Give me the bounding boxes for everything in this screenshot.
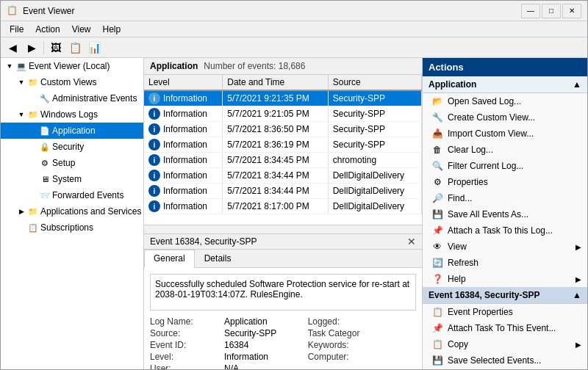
section-event-collapse[interactable]: ▲ xyxy=(573,290,581,300)
actions-item[interactable]: 📌 Attach a Task To this Log... xyxy=(423,222,587,239)
folder-icon-asl: 📁 xyxy=(27,206,39,217)
tree-item-admin-events[interactable]: 🔧 Administrative Events xyxy=(1,90,143,106)
actions-panel: Actions Application ▲ 📂 Open Saved Log..… xyxy=(422,58,587,369)
action-icon: 🗑 xyxy=(431,144,443,156)
detail-body: Successfully scheduled Software Protecti… xyxy=(144,268,422,369)
actions-item[interactable]: 📋 Copy ▶ xyxy=(423,336,587,352)
expand-icon-app[interactable] xyxy=(27,125,39,137)
actions-item[interactable]: 💾 Save Selected Events... xyxy=(423,352,587,369)
cell-level: iInformation xyxy=(144,184,223,199)
action-label: View xyxy=(448,242,467,252)
table-row[interactable]: iInformation 5/7/2021 8:34:45 PM chromot… xyxy=(144,153,422,168)
expand-icon-sec[interactable] xyxy=(27,141,39,153)
tab-general[interactable]: General xyxy=(144,250,195,268)
actions-item[interactable]: 🔍 Filter Current Log... xyxy=(423,158,587,174)
actions-item[interactable]: 🔄 Refresh xyxy=(423,255,587,271)
actions-section-event[interactable]: Event 16384, Security-SPP ▲ xyxy=(423,287,587,304)
tree-label-admin-events: Administrative Events xyxy=(52,93,137,104)
tools-icon: 🔧 xyxy=(39,92,51,104)
cell-datetime: 5/7/2021 8:34:45 PM xyxy=(223,153,328,168)
actions-item[interactable]: 🔎 Find... xyxy=(423,190,587,206)
action-icon: 📋 xyxy=(431,338,443,350)
table-row[interactable]: iInformation 5/7/2021 9:21:35 PM Securit… xyxy=(144,90,422,106)
title-bar: 📋 Event Viewer — □ ✕ xyxy=(1,1,587,21)
event-table[interactable]: Level Date and Time Source iInformation … xyxy=(144,75,422,225)
table-row[interactable]: iInformation 5/7/2021 8:34:44 PM DellDig… xyxy=(144,184,422,199)
actions-item[interactable]: 👁 View ▶ xyxy=(423,239,587,255)
label-event-id: Event ID: xyxy=(150,340,218,350)
minimize-button[interactable]: — xyxy=(521,4,540,18)
tree-label-setup: Setup xyxy=(52,158,75,168)
tree-item-event-viewer[interactable]: ▼ 💻 Event Viewer (Local) xyxy=(1,58,143,74)
expand-icon-ae[interactable] xyxy=(27,92,39,104)
menu-action[interactable]: Action xyxy=(29,23,65,36)
actions-item[interactable]: 🔧 Create Custom View... xyxy=(423,109,587,126)
close-button[interactable]: ✕ xyxy=(562,4,581,18)
actions-section-application[interactable]: Application ▲ xyxy=(423,76,587,93)
tree-item-custom-views[interactable]: ▼ 📁 Custom Views xyxy=(1,74,143,90)
chart-button[interactable]: 📊 xyxy=(85,40,103,56)
info-badge: i xyxy=(148,139,160,150)
view-button[interactable]: 🖼 xyxy=(47,40,65,56)
tree-item-application[interactable]: 📄 Application xyxy=(1,123,143,139)
detail-panel-title: Event 16384, Security-SPP xyxy=(150,236,257,247)
action-icon: 👁 xyxy=(431,241,443,253)
tree-label-custom-views: Custom Views xyxy=(40,77,96,87)
section-application-collapse[interactable]: ▲ xyxy=(573,79,581,90)
menu-view[interactable]: View xyxy=(66,23,97,36)
tree-item-windows-logs[interactable]: ▼ 📁 Windows Logs xyxy=(1,106,143,123)
horizontal-scrollbar[interactable] xyxy=(144,225,422,233)
tree-item-security[interactable]: 🔒 Security xyxy=(1,139,143,155)
actions-item[interactable]: ⚙ Properties xyxy=(423,174,587,190)
actions-item[interactable]: ❓ Help ▶ xyxy=(423,271,587,287)
actions-item[interactable]: 📌 Attach Task To This Event... xyxy=(423,320,587,336)
table-row[interactable]: iInformation 5/7/2021 8:34:44 PM DellDig… xyxy=(144,168,422,184)
event-list-header: Application Number of events: 18,686 xyxy=(144,58,422,75)
action-icon: ❓ xyxy=(431,273,443,285)
tree-item-forwarded-events[interactable]: 📨 Forwarded Events xyxy=(1,187,143,203)
expand-icon-cv[interactable]: ▼ xyxy=(15,76,27,88)
action-label: Open Saved Log... xyxy=(448,96,521,106)
table-row[interactable]: iInformation 5/7/2021 8:36:19 PM Securit… xyxy=(144,137,422,153)
expand-icon[interactable]: ▼ xyxy=(4,60,15,72)
tree-item-setup[interactable]: ⚙ Setup xyxy=(1,155,143,171)
expand-icon-wl[interactable]: ▼ xyxy=(15,109,27,120)
label-logged: Logged: xyxy=(308,316,385,327)
table-row[interactable]: iInformation 5/7/2021 8:17:00 PM DellDig… xyxy=(144,199,422,214)
tree-item-system[interactable]: 🖥 System xyxy=(1,171,143,187)
expand-icon-asl[interactable]: ▶ xyxy=(15,206,27,217)
action-label: Create Custom View... xyxy=(448,112,535,123)
label-source: Source: xyxy=(150,328,218,338)
actions-item[interactable]: 📥 Import Custom View... xyxy=(423,126,587,142)
label-log-name: Log Name: xyxy=(150,316,218,327)
menu-help[interactable]: Help xyxy=(97,23,127,36)
value-user: N/A xyxy=(224,363,302,369)
maximize-button[interactable]: □ xyxy=(542,4,561,18)
expand-icon-sys[interactable] xyxy=(27,173,39,185)
table-row[interactable]: iInformation 5/7/2021 9:21:05 PM Securit… xyxy=(144,106,422,122)
log-button[interactable]: 📋 xyxy=(66,40,84,56)
expand-icon-sub[interactable] xyxy=(15,222,27,233)
action-icon: 🔎 xyxy=(431,192,443,204)
label-keywords: Keywords: xyxy=(308,340,385,350)
info-badge: i xyxy=(148,170,160,181)
forward-button[interactable]: ▶ xyxy=(23,40,40,56)
tab-details[interactable]: Details xyxy=(195,250,241,267)
cell-source: Security-SPP xyxy=(328,137,421,153)
actions-item[interactable]: 📂 Open Saved Log... xyxy=(423,93,587,109)
menu-file[interactable]: File xyxy=(4,23,29,36)
cell-source: DellDigitalDelivery xyxy=(328,184,421,199)
actions-item[interactable]: 📋 Event Properties xyxy=(423,304,587,320)
label-task-category: Task Categor xyxy=(308,328,385,338)
detail-close-button[interactable]: ✕ xyxy=(407,236,416,247)
tree-item-subscriptions[interactable]: 📋 Subscriptions xyxy=(1,220,143,236)
back-button[interactable]: ◀ xyxy=(4,40,21,56)
actions-item[interactable]: 🗑 Clear Log... xyxy=(423,142,587,158)
cell-source: DellDigitalDelivery xyxy=(328,199,421,214)
main-content: ▼ 💻 Event Viewer (Local) ▼ 📁 Custom View… xyxy=(1,58,587,369)
table-row[interactable]: iInformation 5/7/2021 8:36:50 PM Securit… xyxy=(144,122,422,137)
tree-item-app-services-logs[interactable]: ▶ 📁 Applications and Services Logs xyxy=(1,203,143,220)
actions-item[interactable]: 💾 Save All Events As... xyxy=(423,206,587,222)
expand-icon-setup[interactable] xyxy=(27,157,39,169)
expand-icon-fe[interactable] xyxy=(27,189,39,201)
